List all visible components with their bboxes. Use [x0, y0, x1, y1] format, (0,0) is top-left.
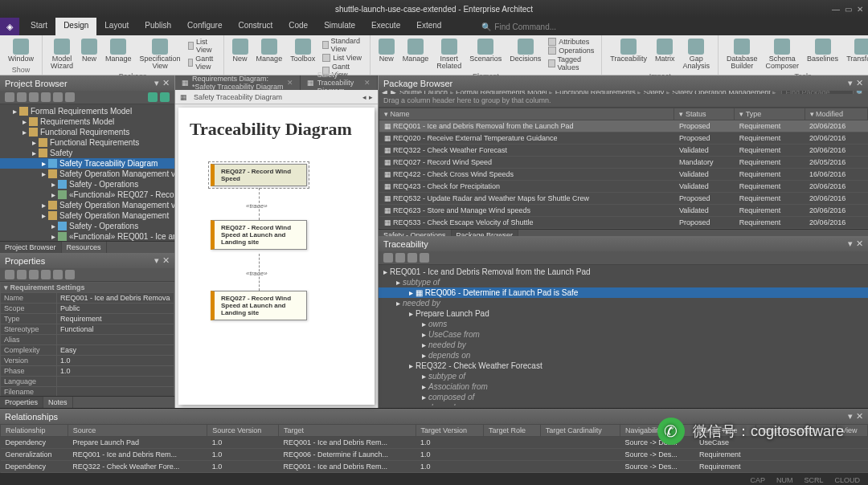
tab[interactable]: Resources: [62, 242, 107, 253]
tree-item[interactable]: ▸Safety - Operations: [0, 221, 174, 231]
tab[interactable]: Notes: [43, 397, 73, 408]
trace-item[interactable]: ▸ depends on: [379, 402, 868, 406]
toolbar-btn[interactable]: [5, 92, 14, 102]
menu-publish[interactable]: Publish: [137, 18, 179, 35]
menu-code[interactable]: Code: [280, 18, 316, 35]
trace-item[interactable]: ▸ ▦ REQ006 - Determine if Launch Pad is …: [379, 287, 868, 298]
doc-tab[interactable]: ▦ Safety Traceability Diagram ✕: [301, 75, 378, 90]
menu-start[interactable]: Start: [23, 18, 55, 35]
trace-item[interactable]: ▸ owns: [379, 319, 868, 329]
ribbon-model-wizard[interactable]: ModelWizard: [47, 37, 76, 72]
tree-item[interactable]: ▸Requirements Model: [0, 116, 174, 127]
ribbon-new[interactable]: New: [78, 37, 100, 72]
app-title: shuttle-launch-use-case-extended - Enter…: [335, 5, 533, 14]
menu-layout[interactable]: Layout: [96, 18, 137, 35]
ribbon-gap-analysis[interactable]: GapAnalysis: [680, 37, 714, 72]
trace-item[interactable]: ▸ composed of: [379, 392, 868, 402]
menu-extend[interactable]: Extend: [408, 18, 449, 35]
trace-item[interactable]: ▸ UseCase from: [379, 329, 868, 340]
group-hint[interactable]: Drag a column header here to group by th…: [379, 94, 868, 108]
tree-item[interactable]: ▸Safety Operation Management v2: [0, 169, 174, 179]
tree-item[interactable]: ▸«Functional» REQ027 - Record Wind Sp: [0, 190, 174, 200]
ribbon-decisions[interactable]: Decisions: [506, 37, 544, 72]
ribbon-matrix[interactable]: Matrix: [652, 37, 678, 72]
diagram-canvas[interactable]: Traceability Diagram REQ027 - Record Win…: [178, 108, 375, 405]
tab[interactable]: Project Browser: [0, 242, 62, 253]
find-command[interactable]: 🔍 Find Command...: [481, 18, 556, 35]
doc-tab[interactable]: ▦ Requirements Diagram: *Safety Traceabi…: [175, 75, 301, 90]
up-icon[interactable]: [148, 92, 158, 102]
package-browser-header: Package Browser: [383, 79, 452, 88]
project-browser-tabs: Project BrowserResources: [0, 241, 174, 253]
traceability-header: Traceability: [383, 239, 428, 249]
tree-item[interactable]: ▸Safety Operation Management: [0, 210, 174, 221]
trace-item[interactable]: ▸ subtype of: [379, 371, 868, 381]
ribbon-schema-composer[interactable]: SchemaComposer: [763, 37, 803, 72]
ribbon-traceability[interactable]: Traceability: [607, 37, 650, 72]
close-tab-icon[interactable]: ✕: [364, 79, 371, 87]
req-box-2[interactable]: REQ027 - Record Wind Speed at Launch and…: [211, 220, 307, 250]
project-browser-toolbar: [0, 91, 174, 104]
ribbon-manage[interactable]: Manage: [253, 37, 286, 79]
trace-item[interactable]: ▸ needed by: [379, 340, 868, 350]
close-tab-icon[interactable]: ✕: [287, 79, 293, 87]
ribbon-window[interactable]: Window: [5, 37, 37, 66]
ribbon-new[interactable]: New: [375, 37, 398, 72]
ribbon-transform[interactable]: Transform: [843, 37, 868, 72]
relationships-table[interactable]: RelationshipSourceSource VersionTargetTa…: [0, 424, 868, 473]
menu-execute[interactable]: Execute: [363, 18, 408, 35]
tree-item[interactable]: ▸Safety Traceability Diagram: [0, 158, 174, 169]
properties-table[interactable]: ▾ Requirement SettingsNameREQ001 - Ice a…: [0, 282, 174, 396]
req-box-3[interactable]: REQ027 - Record Wind Speed at Launch and…: [211, 291, 307, 320]
tree-item[interactable]: ▸Safety - Operations: [0, 179, 174, 190]
properties-header: Properties ▾✕: [0, 253, 174, 268]
menu-construct[interactable]: Construct: [230, 18, 280, 35]
menu-simulate[interactable]: Simulate: [316, 18, 363, 35]
maximize-icon[interactable]: ▭: [845, 5, 852, 14]
trace-item[interactable]: ▸ REQ001 - Ice and Debris Removal from t…: [379, 267, 868, 277]
ribbon-baselines[interactable]: Baselines: [804, 37, 841, 72]
project-browser-header: Project Browser ▾✕: [0, 75, 174, 91]
project-browser-tree[interactable]: ▸Formal Requirements Model▸Requirements …: [0, 104, 174, 241]
tree-item[interactable]: ▸Safety: [0, 148, 174, 158]
app-logo-icon[interactable]: ◈: [0, 18, 19, 35]
pin-icon[interactable]: ▾: [154, 78, 159, 88]
close-icon[interactable]: ✕: [857, 5, 863, 14]
ribbon: WindowShowModelWizardNewManageSpecificat…: [0, 35, 868, 75]
ribbon-database-builder[interactable]: DatabaseBuilder: [723, 37, 761, 72]
traceability-tree[interactable]: ▸ REQ001 - Ice and Debris Removal from t…: [379, 265, 868, 406]
diagram-subtab: ▦ Safety Traceability Diagram ◂ ▸: [175, 90, 378, 104]
ribbon-insert-related[interactable]: InsertRelated: [433, 37, 465, 72]
menu-configure[interactable]: Configure: [179, 18, 230, 35]
ribbon-specification-view[interactable]: SpecificationView: [137, 37, 184, 72]
ribbon-new[interactable]: New: [229, 37, 252, 79]
trace-item[interactable]: ▸ subtype of: [379, 277, 868, 287]
tree-item[interactable]: ▸Functional Requirements: [0, 137, 174, 148]
trace-item[interactable]: ▸ needed by: [379, 298, 868, 308]
ribbon-scenarios[interactable]: Scenarios: [466, 37, 505, 72]
menubar: ◈ StartDesignLayoutPublishConfigureConst…: [0, 18, 868, 35]
minimize-icon[interactable]: —: [832, 5, 840, 14]
menu-design[interactable]: Design: [55, 18, 96, 35]
trace-item[interactable]: ▸ Association from: [379, 381, 868, 392]
tree-item[interactable]: ▸Formal Requirements Model: [0, 106, 174, 116]
relationships-header: Relationships: [5, 412, 58, 422]
titlebar: shuttle-launch-use-case-extended - Enter…: [0, 0, 868, 18]
tree-item[interactable]: ▸Functional Requirements: [0, 127, 174, 137]
panel-close-icon[interactable]: ✕: [162, 78, 170, 88]
down-icon[interactable]: [160, 92, 170, 102]
trace-item[interactable]: ▸ depends on: [379, 350, 868, 361]
diagram-icon: ▦: [180, 93, 187, 101]
tab[interactable]: Properties: [0, 397, 43, 408]
window-controls: — ▭ ✕: [832, 5, 863, 14]
tree-item[interactable]: ▸Safety Operation Management v3: [0, 200, 174, 210]
trace-item[interactable]: ▸ Prepare Launch Pad: [379, 308, 868, 319]
ribbon-toolbox[interactable]: Toolbox: [287, 37, 318, 79]
ribbon-manage[interactable]: Manage: [102, 37, 135, 72]
ribbon-manage[interactable]: Manage: [399, 37, 432, 72]
tree-item[interactable]: ▸«Functional» REQ001 - Ice and Debris: [0, 231, 174, 241]
req-box-1[interactable]: REQ027 - Record Wind Speed: [211, 164, 307, 186]
statusbar: CAPNUMSCRLCLOUD: [0, 473, 868, 485]
package-grid[interactable]: ▾ Name▾ Status▾ Type▾ Modified▦ REQ001 -…: [379, 108, 868, 229]
trace-item[interactable]: ▸ REQ322 - Check Weather Forecast: [379, 361, 868, 371]
